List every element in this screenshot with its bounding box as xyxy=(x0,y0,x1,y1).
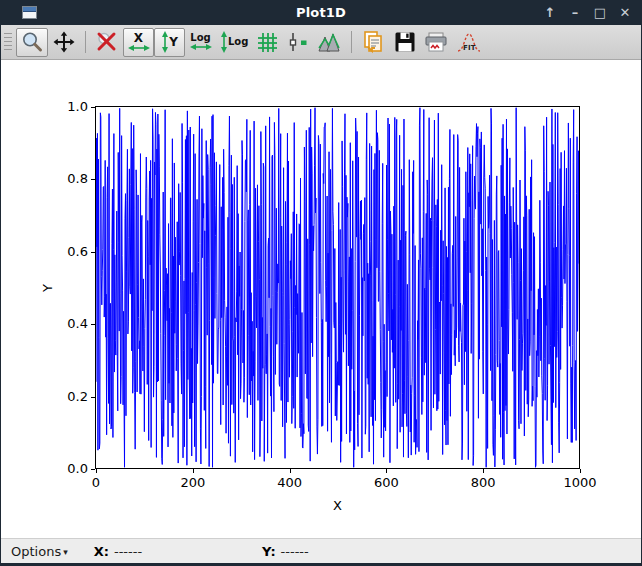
log-x-label: Log xyxy=(190,33,210,43)
markers-button[interactable] xyxy=(283,28,314,57)
options-menu-button[interactable]: Options ▾ xyxy=(11,544,68,559)
minimize-icon[interactable]: – xyxy=(567,5,583,20)
toolbar-separator xyxy=(85,31,86,53)
toolbar-separator xyxy=(351,31,352,53)
log-y-button[interactable]: Log xyxy=(216,28,252,57)
toolbar: X Y Log xyxy=(1,25,641,60)
grid-button[interactable] xyxy=(252,28,283,57)
x-tick-label: 0 xyxy=(92,475,100,490)
rollup-icon[interactable]: ↑ xyxy=(542,5,558,20)
print-button[interactable] xyxy=(420,28,452,57)
y-tick-label: 0.2 xyxy=(50,389,88,404)
x-tick-mark xyxy=(290,469,291,473)
log-y-icon: Log xyxy=(220,31,248,53)
y-tick-mark xyxy=(91,469,95,470)
y-tick-mark xyxy=(91,107,95,108)
plot-axes: X Y 020040060080010000.00.20.40.60.81.0 xyxy=(95,106,580,469)
y-autoscale-button[interactable]: Y xyxy=(154,28,185,57)
figure-canvas: X Y 020040060080010000.00.20.40.60.81.0 xyxy=(1,60,641,538)
maximize-icon[interactable]: □ xyxy=(592,5,608,20)
floppy-save-icon xyxy=(394,31,416,53)
zoom-reset-icon xyxy=(95,30,119,54)
x-tick-mark xyxy=(386,469,387,473)
y-autoscale-label: Y xyxy=(169,36,178,48)
options-label: Options xyxy=(11,544,61,559)
x-tick-mark xyxy=(96,469,97,473)
plot-canvas[interactable] xyxy=(96,107,579,468)
x-autoscale-label: X xyxy=(134,32,143,44)
log-x-icon: Log xyxy=(190,33,212,51)
y-tick-label: 0.6 xyxy=(50,244,88,259)
save-button[interactable] xyxy=(389,28,420,57)
y-tick-label: 1.0 xyxy=(50,99,88,114)
fit-peak-icon: FIT xyxy=(456,31,482,53)
log-x-button[interactable]: Log xyxy=(185,28,216,57)
x-tick-label: 200 xyxy=(180,475,205,490)
x-tick-label: 600 xyxy=(374,475,399,490)
statusbar: Options ▾ X: ------ Y: ------ xyxy=(1,538,641,563)
pan-arrows-icon xyxy=(52,30,76,54)
y-coordinate-label: Y: xyxy=(262,544,275,559)
y-coordinate-value: ------ xyxy=(281,544,309,559)
x-tick-label: 800 xyxy=(471,475,496,490)
x-coordinate-label: X: xyxy=(94,544,109,559)
toolbar-grip-handle[interactable] xyxy=(4,33,12,51)
pan-mode-button[interactable] xyxy=(48,28,80,57)
x-tick-label: 400 xyxy=(277,475,302,490)
x-tick-mark xyxy=(483,469,484,473)
close-icon[interactable]: ✕ xyxy=(617,5,633,20)
histogram-icon xyxy=(318,32,342,52)
fit-label: FIT xyxy=(463,44,476,52)
x-axis-label: X xyxy=(96,498,579,513)
y-tick-mark xyxy=(91,252,95,253)
histogram-button[interactable] xyxy=(314,28,346,57)
clipboard-copy-icon xyxy=(361,30,385,54)
log-y-label: Log xyxy=(228,37,248,47)
titlebar[interactable]: Plot1D ↑ – □ ✕ xyxy=(1,0,641,25)
y-tick-label: 0.4 xyxy=(50,316,88,331)
zoom-mode-button[interactable] xyxy=(16,28,48,57)
fit-button[interactable]: FIT xyxy=(452,28,486,57)
x-tick-mark xyxy=(580,469,581,473)
y-tick-mark xyxy=(91,397,95,398)
y-autoscale-icon: Y xyxy=(161,31,178,53)
y-tick-mark xyxy=(91,324,95,325)
copy-button[interactable] xyxy=(357,28,389,57)
y-axis-label: Y xyxy=(40,284,55,292)
y-tick-label: 0.8 xyxy=(50,171,88,186)
plot1d-window: Plot1D ↑ – □ ✕ xyxy=(0,0,642,566)
x-autoscale-icon: X xyxy=(128,32,150,52)
x-tick-label: 1000 xyxy=(563,475,596,490)
magnifier-icon xyxy=(20,30,44,54)
markers-icon xyxy=(288,32,310,52)
printer-icon xyxy=(424,31,448,53)
window-icon xyxy=(22,6,37,19)
y-tick-mark xyxy=(91,179,95,180)
y-tick-label: 0.0 xyxy=(50,461,88,476)
x-tick-mark xyxy=(193,469,194,473)
chevron-down-icon: ▾ xyxy=(63,547,68,557)
x-autoscale-button[interactable]: X xyxy=(123,28,154,57)
x-coordinate-value: ------ xyxy=(114,544,142,559)
grid-icon xyxy=(257,32,278,53)
clear-zoom-button[interactable] xyxy=(91,28,123,57)
window-controls: ↑ – □ ✕ xyxy=(542,0,633,25)
